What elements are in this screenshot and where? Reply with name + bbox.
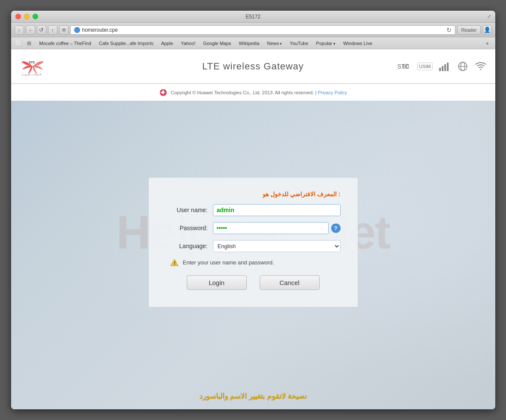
bookmark-youtube[interactable]: YouTube [286, 40, 311, 47]
signal-bars-icon [439, 60, 451, 72]
password-row: Password: ? [166, 222, 341, 234]
forward-button[interactable]: › [26, 25, 35, 35]
minimize-button[interactable] [24, 14, 30, 19]
window-title: E5172 [246, 14, 260, 20]
bookmark-yahoo[interactable]: Yahoo! [177, 40, 199, 47]
sidebar-icon[interactable]: ⬜ [15, 39, 23, 48]
stc-logo-bird-icon: الاتصالات السعودية STC [20, 56, 45, 77]
bookmark-icons: ⬜ ⊞ [15, 39, 33, 48]
back-button[interactable]: ‹ [15, 25, 24, 35]
address-refresh-icon[interactable]: ↻ [446, 27, 452, 33]
footer-copyright: Copyright © Huawei Technologies Co., Ltd… [171, 90, 314, 95]
language-select[interactable]: English Arabic French Spanish [213, 240, 341, 252]
huawei-logo-icon [159, 88, 168, 97]
window-controls [15, 14, 38, 19]
arabic-advice-text: نصيحة لاتقوم بتغيير الاسم والباسورد [199, 392, 307, 400]
privacy-policy-link[interactable]: Privacy Policy [318, 90, 347, 95]
login-container: المعرف الافتراضي للدخول هو : User name: … [148, 177, 358, 307]
grid-icon[interactable]: ⊞ [25, 39, 33, 48]
header-icons: ✉ USIM [399, 60, 487, 72]
bookmarks-bar: ⬜ ⊞ Mocafe coffee – TheFind Cafe Supplie… [11, 37, 495, 49]
page-content: HelpMac.Net الاتصالات السعودية STC LTE w… [11, 49, 495, 409]
bookmark-popular[interactable]: Popular [313, 40, 339, 47]
tabs-button[interactable]: ⊞ [59, 25, 69, 35]
browser-window: E5172 ⤢ ‹ › ↺ ↑ ⊞ homerouter.cpe ↻ Reade… [11, 11, 495, 409]
warning-icon: ! [170, 258, 179, 267]
close-button[interactable] [15, 14, 21, 19]
bookmark-apple[interactable]: Apple [158, 40, 177, 47]
address-bar[interactable]: homerouter.cpe ↻ [70, 25, 456, 35]
bookmark-wikipedia[interactable]: Wikipedia [236, 40, 263, 47]
login-button[interactable]: Login [187, 275, 247, 290]
bookmark-mocafe[interactable]: Mocafe coffee – TheFind [36, 40, 95, 47]
language-row: Language: English Arabic French Spanish [166, 240, 341, 252]
page-footer: Copyright © Huawei Technologies Co., Ltd… [11, 84, 495, 101]
bookmark-news[interactable]: News [263, 40, 285, 47]
reader-button[interactable]: Reader [457, 25, 480, 35]
globe-icon[interactable] [457, 60, 469, 72]
footer-separator: | [314, 90, 318, 95]
address-text: homerouter.cpe [82, 27, 118, 33]
add-bookmark-button[interactable]: + [483, 40, 491, 47]
svg-text:!: ! [174, 261, 176, 266]
svg-text:STC: STC [29, 60, 36, 64]
person-button[interactable]: 👤 [482, 25, 492, 35]
svg-rect-3 [442, 66, 443, 71]
maximize-button[interactable] [33, 14, 38, 19]
address-globe-icon [74, 27, 80, 33]
expand-icon[interactable]: ⤢ [487, 14, 491, 19]
svg-rect-5 [447, 63, 449, 71]
share-button[interactable]: ↑ [48, 25, 57, 35]
password-label: Password: [166, 225, 213, 231]
title-bar: E5172 ⤢ [11, 11, 495, 23]
cancel-button[interactable]: Cancel [260, 275, 320, 290]
refresh-nav-button[interactable]: ↺ [37, 25, 46, 35]
arabic-hint: المعرف الافتراضي للدخول هو : [166, 190, 341, 198]
arabic-advice: نصيحة لاتقوم بتغيير الاسم والباسورد [199, 392, 307, 401]
bookmark-windows-live[interactable]: Windows Live [340, 40, 376, 47]
password-help-icon[interactable]: ? [331, 223, 341, 233]
language-label: Language: [166, 243, 213, 249]
warning-text: Enter your user name and password. [183, 259, 274, 266]
svg-rect-2 [439, 68, 441, 71]
stc-logo: الاتصالات السعودية STC [20, 56, 45, 77]
wifi-icon[interactable] [475, 60, 487, 72]
gateway-title: LTE wireless Gateway [202, 61, 304, 72]
mail-icon[interactable]: ✉ [399, 60, 411, 72]
warning-row: ! Enter your user name and password. [166, 258, 341, 267]
usim-icon: USIM [417, 63, 433, 70]
username-row: User name: [166, 204, 341, 216]
arabic-hint-text: المعرف الافتراضي للدخول هو : [263, 191, 340, 198]
username-input[interactable] [213, 204, 341, 216]
navigation-bar: ‹ › ↺ ↑ ⊞ homerouter.cpe ↻ Reader 👤 [11, 23, 495, 37]
svg-rect-4 [444, 64, 446, 71]
username-label: User name: [166, 207, 213, 213]
button-row: Login Cancel [166, 275, 341, 290]
bookmark-google-maps[interactable]: Google Maps [200, 40, 234, 47]
password-input[interactable] [213, 222, 329, 234]
bookmark-cafe-supplies[interactable]: Cafe Supplie...afe Imports [96, 40, 157, 47]
stc-header: الاتصالات السعودية STC LTE wireless Gate… [11, 49, 495, 84]
svg-text:الاتصالات السعودية: الاتصالات السعودية [21, 73, 42, 76]
